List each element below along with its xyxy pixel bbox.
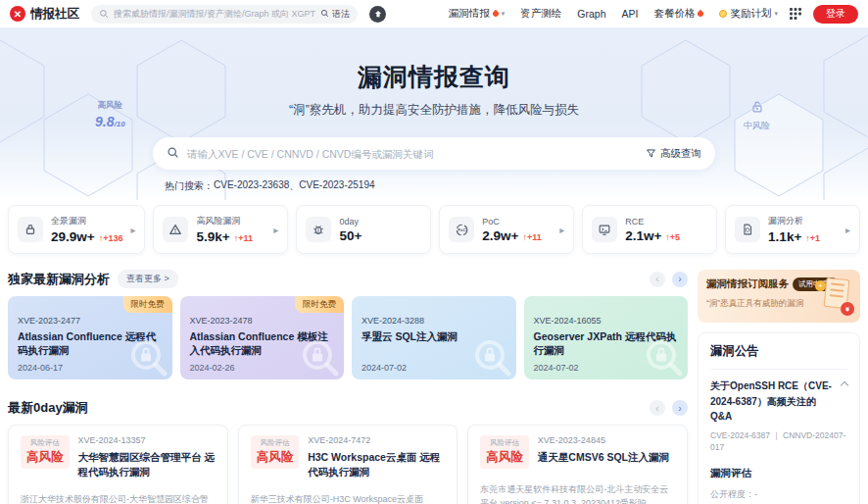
lock-icon xyxy=(18,217,43,242)
chevron-up-icon[interactable] xyxy=(841,381,848,389)
chevron-down-icon: ▾ xyxy=(774,10,778,18)
syntax-search-icon xyxy=(320,9,329,20)
lock-magnifier-icon xyxy=(127,336,170,379)
stat-card-analysis[interactable]: 漏洞分析 1.1k+ ↑+1 ▸ xyxy=(725,205,860,254)
doc-icon xyxy=(735,217,760,242)
stat-card-high-risk[interactable]: 高风险漏洞 5.9k+ ↑+11 ▸ xyxy=(153,205,288,254)
search-icon xyxy=(167,145,179,163)
analysis-section-title: 独家最新漏洞分析 xyxy=(8,271,110,288)
hero-section: 高风险 9.8/10 中风险 漏洞情报查询 “洞”察先机，助力提高安全防护措施，… xyxy=(0,27,868,200)
free-badge: 限时免费 xyxy=(295,296,344,313)
stat-label: 高风险漏洞 xyxy=(196,215,252,227)
main-nav: 漏洞情报 ▾ 资产测绘 Graph API 套餐价格 奖励计划 ▾ xyxy=(449,7,778,21)
stat-value: 2.1w+ xyxy=(625,228,661,243)
hot-search-label: 热门搜索： xyxy=(165,179,214,193)
chevron-right-icon: ▸ xyxy=(559,225,564,235)
chevron-down-icon: ▾ xyxy=(502,10,506,18)
medal-icon xyxy=(719,10,727,18)
advanced-query-button[interactable]: 高级查询 xyxy=(646,147,701,161)
global-search-input[interactable] xyxy=(114,9,315,19)
free-badge: 限时免费 xyxy=(123,296,172,313)
stat-value: 50+ xyxy=(339,228,362,243)
stat-card-poc[interactable]: PoC PoC 2.9w+ ↑+11 ▸ xyxy=(439,205,574,254)
carousel-prev-button[interactable]: ‹ xyxy=(650,272,665,287)
zeroday-card[interactable]: 风险评估 高风险 XVE-2024-7472 H3C Workspace云桌面 … xyxy=(238,425,458,504)
stat-value: 2.9w+ xyxy=(482,228,518,243)
hot-search-link[interactable]: CVE-2023-25194 xyxy=(299,179,374,193)
vuln-id: XVE-2023-2478 xyxy=(190,316,335,326)
nav-item-asset-mapping[interactable]: 资产测绘 xyxy=(520,7,561,21)
vuln-description: 浙江大华技术股份有限公司-大华智慧园区综合管理平台 version <= V3.… xyxy=(21,492,216,504)
nav-item-vuln-intel[interactable]: 漏洞情报 ▾ xyxy=(449,7,506,21)
top-navbar: ✕ 情报社区 语法 漏洞情报 ▾ 资产测绘 xyxy=(0,0,868,27)
login-button[interactable]: 登录 xyxy=(813,5,858,24)
vuln-description: 新华三技术有限公司-H3C Workspace云桌面 version <= E1… xyxy=(251,492,446,504)
view-more-button[interactable]: 查看更多 > xyxy=(118,270,178,288)
syntax-button[interactable]: 语法 xyxy=(320,8,350,21)
page-subtitle: “洞”察先机，助力提高安全防护措施，降低风险与损失 xyxy=(0,102,868,119)
stat-delta: ↑+1 xyxy=(805,233,820,243)
alert-triangle-icon xyxy=(163,217,188,242)
vuln-intel-page: ✕ 情报社区 语法 漏洞情报 ▾ 资产测绘 xyxy=(0,0,868,504)
carousel-next-button[interactable]: › xyxy=(672,272,688,287)
analysis-card[interactable]: 限时免费 XVE-2023-2478 Atlassian Confluence … xyxy=(180,296,345,379)
bug-icon xyxy=(306,217,331,242)
vuln-id: XVE-2024-7472 xyxy=(308,435,445,445)
stat-label: 漏洞分析 xyxy=(768,215,820,227)
stat-value: 1.1k+ xyxy=(768,229,801,244)
stats-row: 全景漏洞 29.9w+ ↑+136 ▸ 高风险漏洞 5.9k+ ↑+11 ▸ xyxy=(0,205,868,254)
analysis-card[interactable]: XVE-2024-16055 Geoserver JXPath 远程代码执行漏洞… xyxy=(524,296,689,379)
stat-card-rce[interactable]: RCE 2.1w+ ↑+5 xyxy=(582,205,717,254)
analysis-cards-row: 限时免费 XVE-2023-2477 Atlassian Confluence … xyxy=(8,296,688,379)
carousel-next-button[interactable]: › xyxy=(672,400,688,416)
apps-grid-icon[interactable] xyxy=(790,8,801,20)
search-icon xyxy=(99,5,109,23)
terminal-icon xyxy=(592,217,617,242)
stat-label: 全景漏洞 xyxy=(51,215,122,227)
hot-search-link[interactable]: CVE-2023-23638 xyxy=(214,179,289,193)
vuln-title: H3C Workspace云桌面 远程代码执行漏洞 xyxy=(308,450,445,479)
carousel-prev-button[interactable]: ‹ xyxy=(650,400,665,416)
vuln-search-input[interactable] xyxy=(187,148,638,160)
zeroday-card[interactable]: 风险评估 高风险 XVE-2024-13357 大华智慧园区综合管理平台 远程代… xyxy=(8,425,228,504)
vuln-search-bar[interactable]: 高级查询 xyxy=(153,137,715,170)
lock-magnifier-icon xyxy=(299,336,342,379)
eval-field: 公开程度：- xyxy=(710,488,847,501)
vuln-date: 2024-07-02 xyxy=(362,363,407,373)
analysis-section-header: 独家最新漏洞分析 查看更多 > ‹ › xyxy=(8,270,688,288)
stat-card-panorama[interactable]: 全景漏洞 29.9w+ ↑+136 ▸ xyxy=(8,205,145,254)
vuln-id: XVE-2024-13357 xyxy=(78,435,216,445)
hot-flame-icon xyxy=(697,10,704,18)
nav-item-rewards[interactable]: 奖励计划 ▾ xyxy=(719,7,778,21)
nav-item-api[interactable]: API xyxy=(622,8,639,20)
vuln-id: XVE-2024-3288 xyxy=(362,316,506,326)
analysis-card[interactable]: 限时免费 XVE-2023-2477 Atlassian Confluence … xyxy=(8,296,172,379)
vuln-description: 东莞市通天星软件科技有限公司-北斗主动安全云平台 version <= 7.31… xyxy=(480,482,675,504)
brand-home-link[interactable]: ✕ 情报社区 xyxy=(10,6,79,23)
risk-badge: 风险评估 高风险 xyxy=(480,435,529,469)
subscription-banner[interactable]: 漏洞情报订阅服务 试用申请 › “洞”悉真正具有威胁的漏洞 + xyxy=(698,270,860,323)
cloud-console-icon[interactable] xyxy=(369,6,386,23)
global-search[interactable]: 语法 xyxy=(91,5,358,24)
analysis-card[interactable]: XVE-2024-3288 孚盟云 SQL注入漏洞 2024-07-02 xyxy=(352,296,516,379)
page-title: 漏洞情报查询 xyxy=(0,27,868,93)
svg-text:PoC: PoC xyxy=(458,227,466,232)
nav-item-graph[interactable]: Graph xyxy=(577,8,605,20)
vuln-id: XVE-2023-24845 xyxy=(538,435,669,445)
subscription-title: 漏洞情报订阅服务 xyxy=(706,277,789,291)
announcement-item-title: 关于OpenSSH RCE（CVE-2024-6387）高频关注的Q&A xyxy=(710,378,836,425)
vuln-title: 大华智慧园区综合管理平台 远程代码执行漏洞 xyxy=(78,450,216,479)
nav-item-pricing[interactable]: 套餐价格 xyxy=(653,7,703,21)
zeroday-cards-row: 风险评估 高风险 XVE-2024-13357 大华智慧园区综合管理平台 远程代… xyxy=(8,425,688,504)
vuln-title: 通天星CMSV6 SQL注入漏洞 xyxy=(538,450,669,465)
announcement-title: 漏洞公告 xyxy=(710,343,847,360)
vuln-date: 2024-06-17 xyxy=(18,363,63,373)
zeroday-card[interactable]: 风险评估 高风险 XVE-2023-24845 通天星CMSV6 SQL注入漏洞… xyxy=(467,425,688,504)
bug-alert-icon xyxy=(841,302,854,316)
lock-magnifier-icon xyxy=(643,336,686,379)
stat-card-0day[interactable]: 0day 50+ xyxy=(296,205,431,254)
hot-search-row: 热门搜索： CVE-2023-23638 、 CVE-2023-25194 xyxy=(153,179,715,193)
announcement-item[interactable]: 关于OpenSSH RCE（CVE-2024-6387）高频关注的Q&A xyxy=(710,378,847,425)
brand-name: 情报社区 xyxy=(30,6,79,23)
chevron-right-icon: ▸ xyxy=(273,225,278,235)
